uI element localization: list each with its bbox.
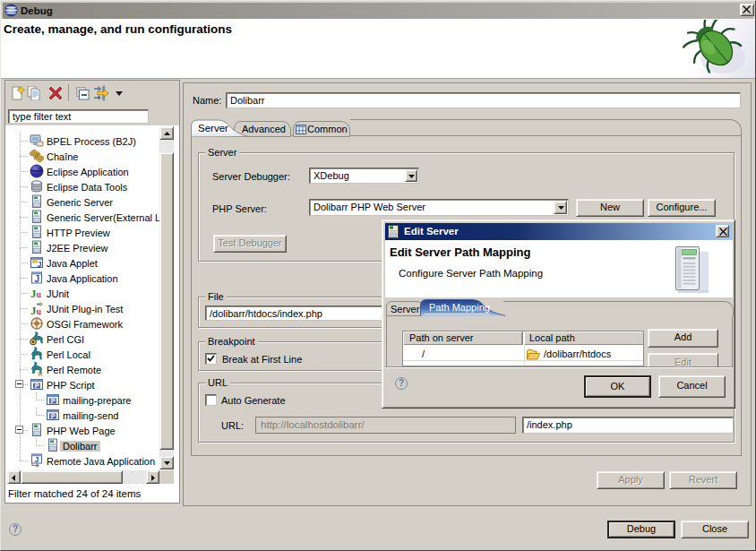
- svg-text:J: J: [35, 274, 40, 284]
- svg-text:R: R: [39, 371, 43, 377]
- svg-text:u: u: [37, 289, 42, 299]
- svg-text:u: u: [37, 306, 42, 316]
- svg-text:J: J: [35, 455, 39, 464]
- svg-text:J: J: [38, 260, 42, 269]
- svg-text:P: P: [51, 412, 56, 420]
- svg-text:P: P: [51, 397, 56, 405]
- svg-text:P: P: [35, 382, 39, 390]
